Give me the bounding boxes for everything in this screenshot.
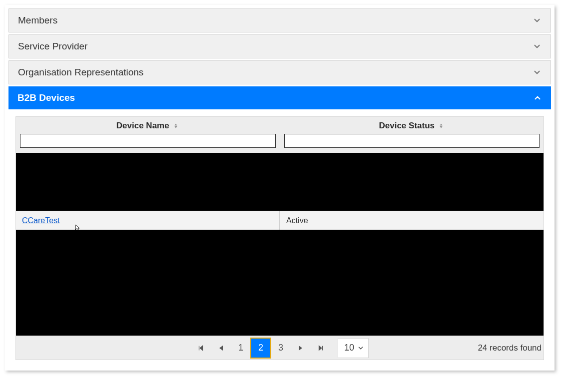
grid-header: Device Name Device Status xyxy=(16,117,544,153)
accordion-item-b2b-devices: B2B Devices Device Name xyxy=(8,86,551,367)
grid-footer: 1 2 3 10 xyxy=(16,336,544,360)
accordion: Members Service Provider Organisation Re… xyxy=(8,8,551,367)
accordion-header-b2b-devices[interactable]: B2B Devices xyxy=(8,86,551,109)
accordion-label: Service Provider xyxy=(18,41,87,52)
column-label: Device Name xyxy=(116,121,169,131)
pager-next-button[interactable] xyxy=(291,338,311,358)
cell-device-name: CCareTest xyxy=(16,211,280,230)
sort-icon xyxy=(438,122,445,129)
cell-device-status xyxy=(280,153,544,211)
page-size-select[interactable]: 10 xyxy=(338,338,369,358)
pager-first-button[interactable] xyxy=(191,338,211,358)
pager-last-button[interactable] xyxy=(311,338,331,358)
accordion-body-b2b-devices: Device Name Device Status xyxy=(8,109,551,367)
pager: 1 2 3 10 xyxy=(191,338,369,358)
grid-body: CCareTest Active xyxy=(16,153,544,336)
table-row: CCareTest Active xyxy=(16,211,544,230)
cell-device-status: Active xyxy=(280,211,544,230)
cell-device-name xyxy=(16,153,280,211)
pager-page-1[interactable]: 1 xyxy=(231,338,251,358)
column-device-name: Device Name xyxy=(16,117,280,153)
accordion-header-service-provider[interactable]: Service Provider xyxy=(9,35,551,58)
page-size-value: 10 xyxy=(344,343,354,353)
accordion-item-members: Members xyxy=(8,8,551,32)
chevron-down-icon xyxy=(357,345,364,352)
sort-icon xyxy=(172,122,179,129)
accordion-header-organisation-representations[interactable]: Organisation Representations xyxy=(9,61,551,84)
table-row xyxy=(16,230,544,336)
accordion-header-members[interactable]: Members xyxy=(9,9,551,32)
cell-device-status xyxy=(280,230,544,336)
records-found-label: 24 records found xyxy=(478,343,542,353)
accordion-label: Organisation Representations xyxy=(18,67,143,78)
filter-input-device-status[interactable] xyxy=(284,134,540,148)
accordion-item-service-provider: Service Provider xyxy=(8,34,551,58)
chevron-down-icon xyxy=(533,16,542,25)
accordion-label: Members xyxy=(18,15,57,26)
chevron-down-icon xyxy=(533,42,542,51)
accordion-item-organisation-representations: Organisation Representations xyxy=(8,60,551,84)
column-header-device-name[interactable]: Device Name xyxy=(20,121,276,131)
device-status-text: Active xyxy=(286,216,308,225)
cell-device-name xyxy=(16,230,280,336)
device-name-link[interactable]: CCareTest xyxy=(22,216,60,225)
chevron-up-icon xyxy=(533,93,542,102)
pager-prev-button[interactable] xyxy=(211,338,231,358)
table-row xyxy=(16,153,544,211)
chevron-down-icon xyxy=(533,68,542,77)
pager-page-2-current[interactable]: 2 xyxy=(251,338,271,358)
pager-page-3[interactable]: 3 xyxy=(271,338,291,358)
main-panel: Members Service Provider Organisation Re… xyxy=(5,5,555,371)
accordion-label: B2B Devices xyxy=(17,92,75,103)
devices-grid: Device Name Device Status xyxy=(15,116,544,360)
filter-input-device-name[interactable] xyxy=(20,134,276,148)
column-device-status: Device Status xyxy=(280,117,544,153)
column-header-device-status[interactable]: Device Status xyxy=(284,121,540,131)
column-label: Device Status xyxy=(379,121,435,131)
